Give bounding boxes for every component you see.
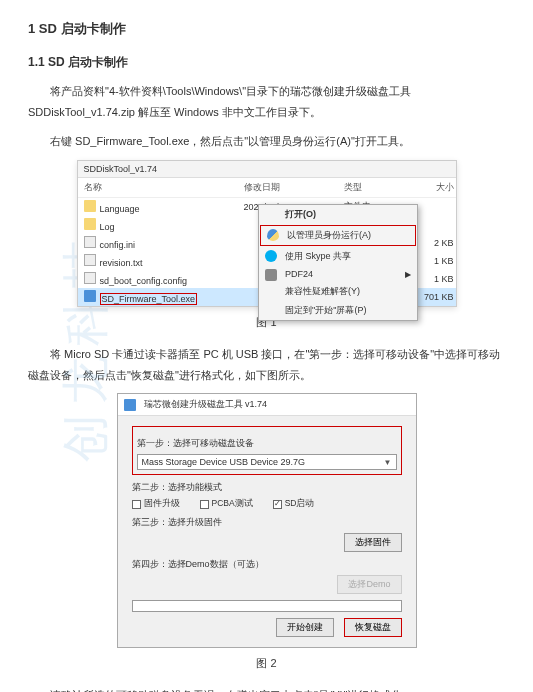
figure-caption-2: 图 2 <box>28 656 505 671</box>
step-2-label: 第二步：选择功能模式 <box>132 481 402 494</box>
doc-icon <box>84 272 96 284</box>
checkbox-option[interactable]: 固件升级 <box>132 498 180 510</box>
context-menu-label: PDF24 <box>285 269 313 279</box>
chevron-down-icon: ▼ <box>384 458 392 467</box>
tool-title-bar: 瑞芯微创建升级磁盘工具 v1.74 <box>118 394 416 416</box>
context-menu-label: 固定到"开始"屏幕(P) <box>285 305 366 315</box>
context-menu-item[interactable]: 打开(O) <box>259 205 417 224</box>
context-menu-item[interactable]: 固定到"开始"屏幕(P) <box>259 301 417 320</box>
context-menu[interactable]: 打开(O)以管理员身份运行(A)使用 Skype 共享PDF24▶兼容性疑难解答… <box>258 204 418 321</box>
doc-icon <box>84 236 96 248</box>
pdf24-icon <box>265 269 277 281</box>
context-menu-item[interactable]: 兼容性疑难解答(Y) <box>259 282 417 301</box>
context-menu-item[interactable]: PDF24▶ <box>259 266 417 282</box>
create-button[interactable]: 开始创建 <box>276 618 334 637</box>
checkbox-icon <box>132 500 141 509</box>
checkbox-label: 固件升级 <box>144 498 180 510</box>
step-1-box: 第一步：选择可移动磁盘设备 Mass Storage Device USB De… <box>132 426 402 475</box>
context-menu-item[interactable]: 使用 Skype 共享 <box>259 247 417 266</box>
doc-icon <box>84 254 96 266</box>
tool-title-text: 瑞芯微创建升级磁盘工具 v1.74 <box>144 398 268 411</box>
checkbox-icon: ✓ <box>273 500 282 509</box>
tool-icon <box>124 399 136 411</box>
heading-1-1: 1.1 SD 启动卡制作 <box>28 54 505 71</box>
paragraph-3: 将 Micro SD 卡通过读卡器插至 PC 机 USB 接口，在"第一步：选择… <box>28 344 505 386</box>
submenu-arrow-icon: ▶ <box>405 270 411 279</box>
step-1-label: 第一步：选择可移动磁盘设备 <box>137 437 397 450</box>
paragraph-4: 请确认所选的可移动磁盘设备无误，在弹出窗口中点击"是(Y)"进行格式化。 <box>28 685 505 692</box>
step-3-label: 第三步：选择升级固件 <box>132 516 402 529</box>
explorer-header: 名称 修改日期 类型 大小 <box>78 178 456 198</box>
col-header-date: 修改日期 <box>244 181 344 194</box>
checkbox-option[interactable]: PCBA测试 <box>200 498 253 510</box>
checkbox-option[interactable]: ✓SD启动 <box>273 498 315 510</box>
context-menu-label: 以管理员身份运行(A) <box>287 230 371 240</box>
checkbox-label: PCBA测试 <box>212 498 253 510</box>
col-header-type: 类型 <box>344 181 404 194</box>
browse-firmware-button[interactable]: 选择固件 <box>344 533 402 552</box>
checkbox-label: SD启动 <box>285 498 315 510</box>
heading-1: 1 SD 启动卡制作 <box>28 20 505 38</box>
exe-icon <box>84 290 96 302</box>
explorer-title: SDDiskTool_v1.74 <box>78 161 456 178</box>
browse-demo-button[interactable]: 选择Demo <box>337 575 401 594</box>
col-header-size: 大小 <box>404 181 454 194</box>
paragraph-1: 将产品资料"4-软件资料\Tools\Windows\"目录下的瑞芯微创建升级磁… <box>28 81 505 123</box>
paragraph-2: 右键 SD_Firmware_Tool.exe，然后点击"以管理员身份运行(A)… <box>28 131 505 152</box>
folder-icon <box>84 218 96 230</box>
skype-icon <box>265 250 277 262</box>
folder-icon <box>84 200 96 212</box>
context-menu-label: 打开(O) <box>285 209 316 219</box>
checkbox-icon <box>200 500 209 509</box>
step-4-label: 第四步：选择Demo数据（可选） <box>132 558 402 571</box>
shield-icon <box>267 229 279 241</box>
restore-button[interactable]: 恢复磁盘 <box>344 618 402 637</box>
context-menu-item[interactable]: 以管理员身份运行(A) <box>260 225 416 246</box>
context-menu-label: 使用 Skype 共享 <box>285 251 351 261</box>
col-header-name: 名称 <box>84 181 244 194</box>
context-menu-label: 兼容性疑难解答(Y) <box>285 286 360 296</box>
progress-bar <box>132 600 402 612</box>
file-name-highlight: SD_Firmware_Tool.exe <box>100 293 198 305</box>
dropdown-value: Mass Storage Device USB Device 29.7G <box>142 457 306 467</box>
device-dropdown[interactable]: Mass Storage Device USB Device 29.7G ▼ <box>137 454 397 470</box>
tool-window: 瑞芯微创建升级磁盘工具 v1.74 第一步：选择可移动磁盘设备 Mass Sto… <box>117 393 417 648</box>
